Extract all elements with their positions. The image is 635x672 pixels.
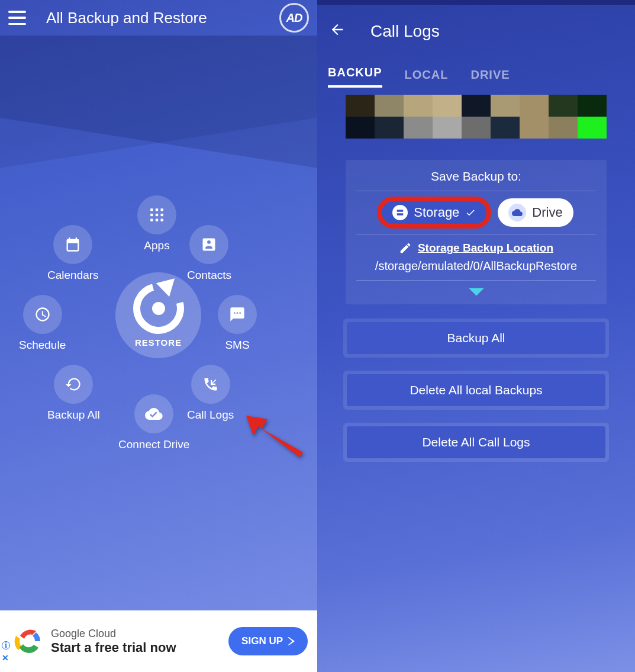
svg-rect-1 [156,208,158,211]
svg-rect-5 [161,214,163,216]
restore-center-button[interactable]: RESTORE [115,272,201,358]
calendar-icon [53,225,92,264]
ad-banner[interactable]: i ✕ Google Cloud Start a free trial now … [0,610,317,672]
cloud-icon [508,204,526,221]
actions: Backup All Delete All local Backups Dele… [343,319,609,462]
svg-rect-10 [397,213,404,216]
backup-all-label: Backup All [47,409,100,422]
back-arrow-icon[interactable] [329,21,346,43]
svg-rect-9 [397,210,404,212]
delete-logs-button[interactable]: Delete All Call Logs [347,426,605,458]
ad-line2: Start a free trial now [51,640,176,655]
pencil-icon [399,242,412,255]
restore-icon [54,365,93,404]
backup-all-action-button[interactable]: Backup All [347,322,605,354]
location-row[interactable]: Storage Backup Location [356,242,596,255]
ad-badge-icon[interactable]: AD [279,3,309,33]
svg-rect-8 [161,219,163,221]
left-header: All Backup and Restore AD [0,0,317,36]
call-logs-screen: Call Logs BACKUP LOCAL DRIVE Save Backup… [317,0,635,672]
backup-destination-card: Save Backup to: Storage Drive Storage Ba… [346,160,607,304]
tab-drive[interactable]: DRIVE [470,68,510,88]
sms-button[interactable]: SMS [218,295,257,352]
google-cloud-icon [14,627,43,655]
header-decoration [0,36,317,189]
location-label: Storage Backup Location [418,242,553,255]
restore-arc-icon [133,283,184,334]
svg-rect-2 [161,208,163,211]
restore-label: RESTORE [135,337,182,348]
sms-label: SMS [218,339,257,352]
screen-title: Call Logs [370,22,440,41]
apps-button[interactable]: Apps [137,195,176,252]
drive-pill[interactable]: Drive [498,198,573,227]
check-icon [465,207,476,218]
contacts-button[interactable]: Contacts [187,225,231,282]
backup-path: /storage/emulated/0/AllBackupRestore [356,259,596,273]
grid-icon [137,195,176,234]
tab-local[interactable]: LOCAL [405,68,449,88]
contacts-icon [189,225,228,264]
calendars-button[interactable]: Calendars [47,225,99,282]
call-logs-label: Call Logs [187,409,234,422]
menu-icon[interactable] [8,11,26,25]
delete-local-button[interactable]: Delete All local Backups [347,374,605,406]
phone-incoming-icon [191,365,230,404]
connect-drive-label: Connect Drive [118,438,189,451]
storage-label: Storage [414,205,459,220]
schedule-button[interactable]: Schedule [19,295,66,352]
apps-label: Apps [137,239,176,252]
svg-rect-6 [150,219,153,221]
clock-icon [23,295,62,334]
signup-label: SIGN UP [241,635,283,647]
connect-drive-button[interactable]: Connect Drive [118,394,189,451]
sms-icon [218,295,257,334]
redacted-image [346,95,607,139]
signup-button[interactable]: SIGN UP [228,627,308,655]
tabs: BACKUP LOCAL DRIVE [317,58,635,88]
home-screen: All Backup and Restore AD Apps Calendars… [0,0,317,672]
ad-info-icon[interactable]: i [2,641,10,650]
contacts-label: Contacts [187,269,231,282]
save-to-label: Save Backup to: [356,169,596,184]
chevron-right-icon [288,637,295,645]
destination-row: Storage Drive [356,198,596,227]
app-title: All Backup and Restore [46,9,207,27]
svg-rect-4 [156,214,158,216]
cloud-check-icon [134,394,173,433]
call-logs-button[interactable]: Call Logs [187,365,234,422]
storage-pill[interactable]: Storage [379,198,489,227]
schedule-label: Schedule [19,339,66,352]
expand-icon[interactable] [356,288,596,300]
storage-icon [392,205,408,220]
status-bar [317,0,635,5]
backup-all-button[interactable]: Backup All [47,365,100,422]
svg-rect-3 [150,214,153,216]
tab-backup[interactable]: BACKUP [328,66,382,88]
ad-text: Google Cloud Start a free trial now [51,628,176,655]
ad-line1: Google Cloud [51,628,176,640]
svg-rect-7 [156,219,158,221]
calendars-label: Calendars [47,269,99,282]
svg-rect-0 [150,208,153,211]
drive-label: Drive [532,205,562,220]
radial-menu: Apps Calendars Contacts Schedule SMS Bac… [0,195,317,462]
right-header: Call Logs [317,5,635,58]
ad-close-icon[interactable]: ✕ [2,653,9,663]
